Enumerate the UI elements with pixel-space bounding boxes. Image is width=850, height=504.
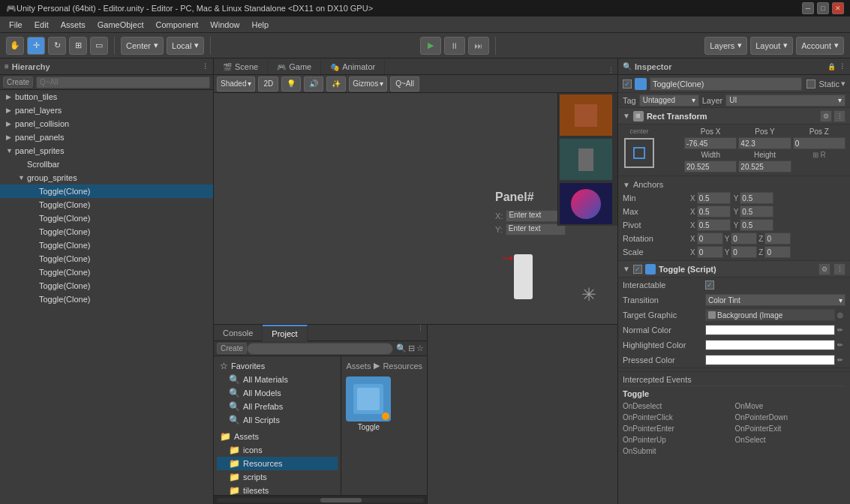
pivot-dropdown[interactable]: Center ▾ — [121, 37, 164, 55]
pressed-color-pick-button[interactable]: ✏ — [835, 355, 845, 365]
hierarchy-menu-icon[interactable]: ⋮ — [202, 63, 209, 70]
pos-x-input[interactable] — [684, 137, 737, 149]
menu-window[interactable]: Window — [204, 19, 245, 31]
toggle-enabled-checkbox[interactable]: ✓ — [633, 265, 642, 274]
menu-component[interactable]: Component — [149, 19, 204, 31]
sidebar-all-models[interactable]: 🔍 All Models — [217, 386, 338, 400]
normal-color-swatch[interactable] — [705, 325, 835, 335]
maximize-button[interactable]: □ — [817, 2, 829, 14]
toggle-settings-icon[interactable]: ⚙ — [818, 263, 830, 275]
hierarchy-item-toggle-clone-3[interactable]: Toggle(Clone) — [0, 212, 213, 225]
menu-assets[interactable]: Assets — [55, 19, 92, 31]
star-icon[interactable]: ☆ — [416, 344, 424, 353]
tool-rotate[interactable]: ↻ — [48, 37, 66, 55]
sidebar-assets-header[interactable]: 📁 Assets — [217, 430, 338, 443]
pos-y-input[interactable] — [738, 137, 791, 149]
anchor-max-x-input[interactable] — [697, 206, 731, 218]
create-button[interactable]: Create — [3, 76, 33, 88]
hierarchy-item-group-sprites[interactable]: ▼ group_sprites — [0, 171, 213, 184]
size-options-icon[interactable]: ⊞ R — [793, 151, 845, 159]
layer-dropdown[interactable]: UI ▾ — [725, 94, 845, 106]
inspector-menu-icon[interactable]: ⋮ — [839, 63, 845, 70]
hierarchy-item-scrollbar[interactable]: Scrollbar — [0, 158, 213, 171]
sidebar-icons[interactable]: 📁 icons — [217, 443, 338, 457]
pressed-color-swatch[interactable] — [705, 355, 835, 365]
filter-icon[interactable]: ⊟ — [408, 344, 415, 353]
section-collapse-icon[interactable]: ▼ — [623, 112, 630, 120]
gizmos-dropdown[interactable]: Gizmos ▾ — [349, 76, 387, 92]
menu-file[interactable]: File — [3, 19, 29, 31]
sidebar-all-materials[interactable]: 🔍 All Materials — [217, 373, 338, 386]
project-search[interactable] — [247, 343, 393, 355]
hierarchy-item-toggle-clone-1[interactable]: Toggle(Clone) — [0, 184, 213, 198]
pivot-y-input[interactable] — [740, 219, 773, 231]
hierarchy-item-toggle-clone-2[interactable]: Toggle(Clone) — [0, 198, 213, 212]
hierarchy-item-panel-sprites[interactable]: ▼ panel_sprites — [0, 144, 213, 158]
highlighted-color-pick-button[interactable]: ✏ — [835, 340, 845, 350]
hierarchy-item-toggle-clone-6[interactable]: Toggle(Clone) — [0, 252, 213, 266]
tabs-menu-icon[interactable]: ⋮ — [414, 325, 427, 340]
target-graphic-pick-button[interactable]: ◎ — [835, 310, 845, 320]
tab-game[interactable]: 🎮 Game — [268, 59, 321, 74]
minimize-button[interactable]: ─ — [802, 2, 814, 14]
normal-color-pick-button[interactable]: ✏ — [835, 325, 845, 335]
create-button[interactable]: Create — [217, 343, 247, 354]
hierarchy-item-panel-layers[interactable]: ▶ panel_layers — [0, 104, 213, 117]
toggle-menu-icon[interactable]: ⋮ — [833, 263, 845, 275]
effects-button[interactable]: ✨ — [326, 76, 346, 92]
account-dropdown[interactable]: Account ▾ — [796, 37, 844, 55]
menu-help[interactable]: Help — [245, 19, 275, 31]
audio-button[interactable]: 🔊 — [304, 76, 323, 92]
object-active-checkbox[interactable]: ✓ — [623, 80, 632, 88]
lighting-button[interactable]: 💡 — [281, 76, 301, 92]
pos-z-input[interactable] — [793, 137, 845, 149]
hierarchy-item-toggle-clone-5[interactable]: Toggle(Clone) — [0, 238, 213, 252]
sprite-thumb-1[interactable] — [560, 94, 612, 136]
hierarchy-item-panel-panels[interactable]: ▶ panel_panels — [0, 130, 213, 144]
layers-dropdown[interactable]: Layers ▾ — [704, 37, 747, 55]
tool-hand[interactable]: ✋ — [6, 37, 24, 55]
hierarchy-item-toggle-clone-9[interactable]: Toggle(Clone) — [0, 292, 213, 306]
tool-rect[interactable]: ▭ — [90, 37, 108, 55]
inspector-lock-icon[interactable]: 🔒 — [827, 63, 836, 70]
height-input[interactable] — [738, 160, 791, 172]
tool-scale[interactable]: ⊞ — [69, 37, 87, 55]
anchor-min-x-input[interactable] — [697, 192, 731, 204]
play-button[interactable]: ▶ — [420, 37, 441, 55]
tab-console[interactable]: Console — [214, 325, 263, 341]
breadcrumb-assets[interactable]: Assets — [346, 362, 371, 370]
asset-toggle[interactable]: Toggle — [346, 376, 391, 431]
hierarchy-item-toggle-clone-4[interactable]: Toggle(Clone) — [0, 225, 213, 238]
rect-visual[interactable] — [624, 138, 654, 168]
space-dropdown[interactable]: Local ▾ — [167, 37, 204, 55]
rect-settings-icon[interactable]: ⚙ — [820, 110, 832, 122]
tab-animator[interactable]: 🎭 Animator — [321, 59, 385, 74]
layout-dropdown[interactable]: Layout ▾ — [750, 37, 793, 55]
transition-dropdown[interactable]: Color Tint ▾ — [705, 294, 845, 306]
sidebar-all-scripts[interactable]: 🔍 All Scripts — [217, 413, 338, 427]
y-input[interactable]: Enter text — [506, 224, 566, 236]
pivot-x-input[interactable] — [697, 219, 731, 231]
step-button[interactable]: ⏭ — [468, 37, 489, 55]
anchor-min-y-input[interactable] — [740, 192, 773, 204]
anchor-max-y-input[interactable] — [740, 206, 773, 218]
scale-x-input[interactable] — [697, 246, 723, 258]
tab-project[interactable]: Project — [263, 325, 307, 341]
tool-move[interactable]: ✛ — [27, 37, 45, 55]
static-checkbox[interactable] — [806, 80, 815, 88]
static-dropdown-icon[interactable]: ▾ — [841, 79, 845, 88]
highlighted-color-swatch[interactable] — [705, 340, 835, 350]
2d-button[interactable]: 2D — [258, 76, 278, 92]
scale-z-input[interactable] — [764, 246, 791, 258]
anchors-header[interactable]: ▼ Anchors — [623, 178, 845, 191]
tabs-menu-icon[interactable]: ⋮ — [605, 67, 617, 74]
scale-y-input[interactable] — [731, 246, 757, 258]
width-input[interactable] — [684, 160, 737, 172]
menu-gameobject[interactable]: GameObject — [92, 19, 150, 31]
rot-y-input[interactable] — [731, 232, 757, 244]
sprite-thumb-2[interactable] — [560, 139, 612, 180]
scrollbar-thumb[interactable] — [320, 498, 362, 502]
search-icon[interactable]: 🔍 — [396, 344, 407, 353]
sprite-thumb-3[interactable] — [560, 183, 612, 224]
sidebar-resources[interactable]: 📁 Resources — [217, 457, 338, 470]
